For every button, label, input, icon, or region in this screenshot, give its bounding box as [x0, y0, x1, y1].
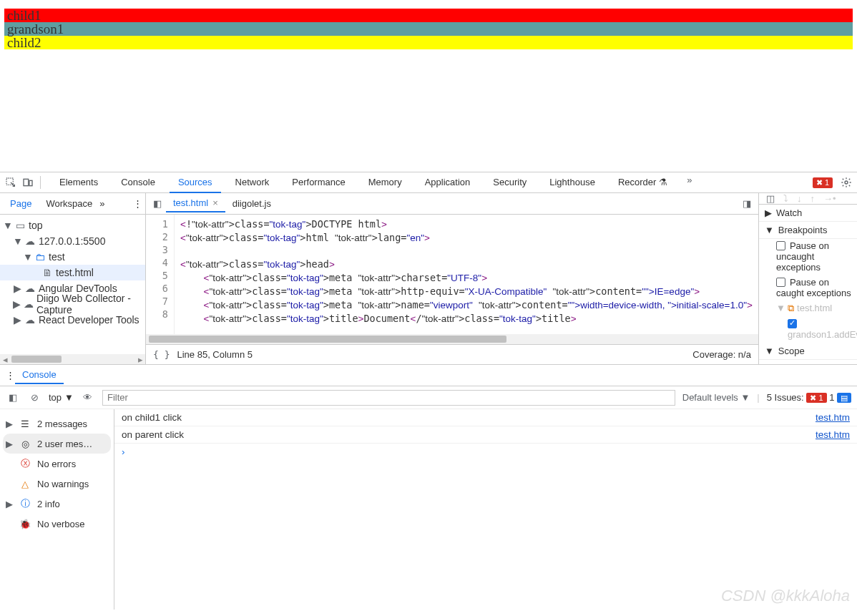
file-tab-test-html[interactable]: test.html× [166, 195, 225, 212]
code-editor-pane: ◧ test.html× diigolet.js ◨ 12345678 <!"t… [146, 193, 759, 364]
step-into-icon[interactable]: ↓ [797, 193, 802, 204]
tab-sources[interactable]: Sources [170, 172, 221, 193]
sidebar-messages[interactable]: ▶☰2 messages [3, 414, 111, 434]
sidebar-warnings[interactable]: △No warnings [3, 474, 111, 494]
bp-caught[interactable]: Pause on caught exceptions [759, 275, 857, 301]
editor-scrollbar[interactable] [146, 334, 758, 344]
cloud-icon: ☁ [24, 283, 36, 294]
code-area[interactable]: 12345678 <!"tok-attr">class="tok-tag">DO… [146, 215, 758, 334]
inspect-icon[interactable] [3, 175, 19, 190]
console-log-area[interactable]: on child1 clicktest.htm on parent clickt… [114, 409, 857, 610]
console-toolbar: ◧ ⊘ top ▼ 👁 Default levels ▼ | 5 Issues:… [0, 386, 857, 409]
msg-badge-icon: ▤ [837, 393, 851, 403]
navigator-menu-icon[interactable]: ⋮ [133, 198, 142, 209]
section-watch[interactable]: ▶Watch [759, 205, 857, 222]
section-breakpoints[interactable]: ▼Breakpoints [759, 222, 857, 239]
device-toggle-icon[interactable] [20, 175, 36, 190]
tab-elements[interactable]: Elements [51, 172, 107, 193]
console-sidebar: ▶☰2 messages ▶◎2 user mes… ⓧNo errors △N… [0, 409, 114, 610]
window-icon: ▭ [14, 220, 26, 231]
error-icon: ⓧ [19, 457, 31, 470]
error-count-badge[interactable]: ✖ 1 [813, 177, 833, 188]
source-link[interactable]: test.htm [816, 412, 850, 423]
svg-rect-2 [29, 180, 32, 185]
tree-ext-react[interactable]: ▶☁React Developer Tools [0, 312, 145, 328]
context-selector[interactable]: top ▼ [49, 392, 74, 403]
sidebar-errors[interactable]: ⓧNo errors [3, 454, 111, 474]
step-out-icon[interactable]: ↑ [810, 193, 815, 204]
pretty-print-icon[interactable]: { } [153, 349, 170, 360]
section-scope[interactable]: ▼Scope [759, 343, 857, 360]
info-icon: ⓘ [19, 497, 31, 510]
cloud-icon: ☁ [24, 235, 36, 247]
tab-security[interactable]: Security [484, 172, 535, 193]
tab-lighthouse[interactable]: Lighthouse [541, 172, 604, 193]
navigator-tab-workspace[interactable]: Workspace [39, 195, 99, 212]
navigator-tab-page[interactable]: Page [3, 195, 39, 212]
rendered-page[interactable]: child1 grandson1 child2 [0, 0, 857, 172]
coverage-label: Coverage: n/a [692, 349, 751, 360]
debugger-pane: ◫ ⤵ ↓ ↑ →• ▶Watch ▼Breakpoints Pause on … [759, 193, 857, 364]
issues-link[interactable]: 5 Issues: ✖ 1 1 ▤ [767, 392, 851, 403]
toggle-debugger-icon[interactable]: ◨ [738, 198, 755, 209]
console-prompt[interactable]: › [114, 444, 857, 460]
tree-file-test-html[interactable]: 🗎test.html [0, 265, 145, 280]
tree-top[interactable]: ▼▭top [0, 217, 145, 233]
toggle-sidebar-icon[interactable]: ◧ [6, 392, 20, 403]
tab-network[interactable]: Network [227, 172, 278, 193]
sidebar-info[interactable]: ▶ⓘ2 info [3, 494, 111, 514]
toggle-navigator-icon[interactable]: ◧ [149, 198, 166, 209]
tree-origin[interactable]: ▼☁127.0.0.1:5500 [0, 233, 145, 249]
debugger-toolbar: ◫ ⤵ ↓ ↑ →• [759, 193, 857, 205]
tab-memory[interactable]: Memory [360, 172, 411, 193]
more-tabs-icon[interactable]: » [682, 172, 697, 188]
devtools-tabs: Elements Console Sources Network Perform… [51, 172, 811, 193]
step-over-icon[interactable]: ⤵ [783, 193, 788, 204]
tab-console[interactable]: Console [112, 172, 164, 193]
not-paused-label: Not paused [759, 360, 857, 364]
user-icon: ◎ [19, 439, 31, 449]
drawer-menu-icon[interactable]: ⋮ [6, 370, 15, 381]
pause-icon[interactable]: ◫ [766, 193, 775, 204]
devtools-toolbar: Elements Console Sources Network Perform… [0, 172, 857, 193]
filter-input[interactable] [102, 390, 675, 406]
tab-application[interactable]: Application [416, 172, 479, 193]
list-icon: ☰ [19, 419, 31, 429]
folder-icon: 🗀 [34, 251, 46, 263]
tree-scrollbar[interactable]: ◂▸ [0, 354, 145, 364]
sidebar-verbose[interactable]: 🐞No verbose [3, 514, 111, 534]
code-text[interactable]: <!"tok-attr">class="tok-tag">DOCTYPE htm… [175, 215, 758, 334]
step-icon[interactable]: →• [823, 193, 836, 204]
bp-file[interactable]: ▼ ⧉ test.html [759, 301, 857, 317]
bp-line-item[interactable]: grandson1.addEven… [759, 317, 857, 343]
close-icon[interactable]: × [212, 197, 218, 208]
tab-recorder[interactable]: Recorder ⚗ [609, 172, 676, 193]
file-tab-diigolet[interactable]: diigolet.js [225, 195, 278, 212]
cursor-position: Line 85, Column 5 [177, 349, 253, 360]
line-gutter: 12345678 [146, 215, 175, 334]
log-levels-selector[interactable]: Default levels ▼ [682, 392, 750, 403]
page-grandson1[interactable]: grandson1 [4, 22, 853, 36]
drawer-tab-console[interactable]: Console [15, 366, 64, 384]
svg-rect-1 [24, 179, 29, 185]
svg-point-3 [845, 181, 848, 184]
live-expression-icon[interactable]: 👁 [81, 392, 95, 403]
page-child2[interactable]: child2 [4, 36, 853, 49]
cloud-icon: ☁ [24, 298, 34, 310]
page-child1[interactable]: child1 [4, 9, 853, 22]
file-icon: 🗎 [41, 267, 53, 278]
sources-navigator: Page Workspace » ⋮ ▼▭top ▼☁127.0.0.1:550… [0, 193, 146, 364]
settings-icon[interactable] [838, 175, 854, 190]
log-entry[interactable]: on child1 clicktest.htm [114, 409, 857, 426]
source-link[interactable]: test.htm [816, 429, 850, 440]
log-entry[interactable]: on parent clicktest.htm [114, 426, 857, 444]
bp-uncaught[interactable]: Pause on uncaught exceptions [759, 239, 857, 275]
tab-performance[interactable]: Performance [283, 172, 353, 193]
sidebar-user-messages[interactable]: ▶◎2 user mes… [3, 434, 111, 454]
flask-icon: ⚗ [659, 177, 667, 187]
clear-console-icon[interactable]: ⊘ [27, 392, 41, 403]
navigator-more-icon[interactable]: » [99, 198, 104, 209]
file-tree[interactable]: ▼▭top ▼☁127.0.0.1:5500 ▼🗀test 🗎test.html… [0, 215, 145, 354]
tree-folder-test[interactable]: ▼🗀test [0, 249, 145, 265]
tree-ext-diigo[interactable]: ▶☁Diigo Web Collector - Capture [0, 296, 145, 312]
